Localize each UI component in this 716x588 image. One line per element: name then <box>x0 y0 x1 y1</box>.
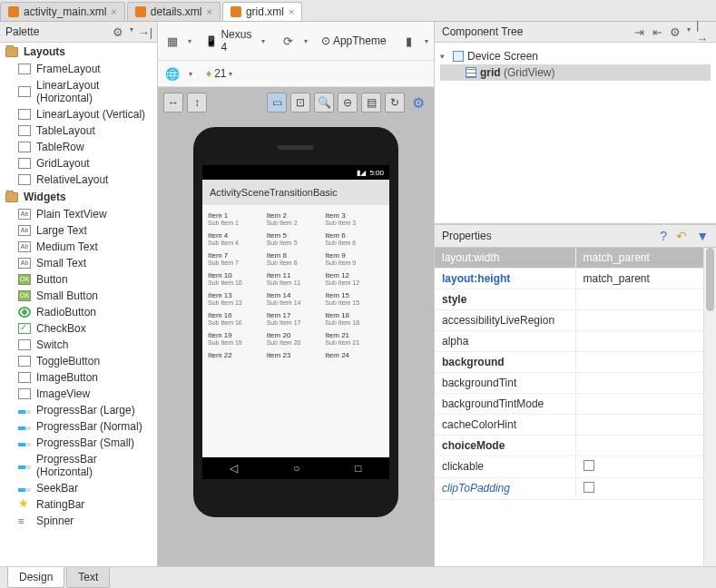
property-row[interactable]: backgroundTint <box>435 373 716 394</box>
palette-item[interactable]: Switch <box>0 337 157 353</box>
theme-selector[interactable]: ⊙AppTheme <box>315 32 393 50</box>
grid-item[interactable]: Item 22 <box>208 351 267 359</box>
globe-icon[interactable]: 🌐 <box>163 64 181 83</box>
property-row[interactable]: layout:widthmatch_parent <box>435 248 716 269</box>
property-row[interactable]: cacheColorHint <box>435 415 716 436</box>
checkbox-icon[interactable] <box>584 482 594 493</box>
tree-node-root[interactable]: ▾ Device Screen <box>440 48 711 64</box>
view-mode-icon[interactable]: ▦ <box>163 32 181 50</box>
palette-group-header[interactable]: Layouts <box>0 43 157 61</box>
palette-item[interactable]: ImageButton <box>0 369 157 386</box>
grid-item[interactable]: Item 10Sub Item 10 <box>208 271 267 286</box>
device-selector[interactable]: 📱Nexus 4▾ <box>199 25 271 56</box>
palette-item[interactable]: AbPlain TextView <box>0 206 157 222</box>
property-value-cell[interactable]: match_parent <box>576 248 717 268</box>
expand-arrow-icon[interactable]: ▾ <box>440 52 449 61</box>
grid-item[interactable]: Item 17Sub Item 17 <box>267 311 326 326</box>
gear-icon[interactable]: ⚙ <box>669 25 682 38</box>
grid-item[interactable]: Item 15Sub Item 15 <box>325 291 384 306</box>
tab-details[interactable]: details.xml× <box>127 2 221 21</box>
settings-gear-icon[interactable]: ⚙ <box>408 93 428 113</box>
property-value-cell[interactable] <box>576 478 717 499</box>
palette-item[interactable]: LinearLayout (Horizontal) <box>0 77 157 106</box>
property-value-cell[interactable] <box>576 352 717 372</box>
grid-item[interactable]: Item 2Sub Item 2 <box>267 211 326 226</box>
palette-item[interactable]: ProgressBar (Large) <box>0 402 157 418</box>
zoom-actual-icon[interactable]: ⊡ <box>290 93 310 113</box>
grid-item[interactable]: Item 14Sub Item 14 <box>267 291 326 306</box>
hide-icon[interactable]: |→ <box>696 25 709 38</box>
api-selector[interactable]: ♦21▾ <box>200 64 239 83</box>
palette-item[interactable]: GridLayout <box>0 155 157 172</box>
palette-item[interactable]: ★RatingBar <box>0 496 157 513</box>
property-value-cell[interactable] <box>576 394 717 414</box>
orientation-icon[interactable]: ⟳ <box>279 32 296 50</box>
tree-node-grid[interactable]: grid (GridView) <box>440 64 711 81</box>
property-value-cell[interactable] <box>576 456 717 477</box>
chevron-down-icon[interactable]: ▾ <box>188 37 191 45</box>
grid-item[interactable]: Item 19Sub Item 19 <box>208 331 267 346</box>
property-row[interactable]: layout:heightmatch_parent <box>435 269 716 289</box>
property-value-cell[interactable] <box>576 373 717 393</box>
property-value-cell[interactable] <box>576 436 717 456</box>
grid-item[interactable]: Item 8Sub Item 8 <box>267 251 326 266</box>
palette-item[interactable]: TableRow <box>0 139 157 155</box>
grid-item[interactable]: Item 3Sub Item 3 <box>325 211 384 226</box>
palette-item[interactable]: ProgressBar (Normal) <box>0 418 157 435</box>
component-tree[interactable]: ▾ Device Screen grid (GridView) <box>435 43 716 224</box>
palette-icon[interactable]: ▮ <box>400 32 417 50</box>
gear-icon[interactable]: ⚙ <box>112 25 124 38</box>
phone-screen[interactable]: ▮◢5:00 ActivitySceneTransitionBasic Item… <box>202 165 389 479</box>
close-icon[interactable]: × <box>206 6 211 17</box>
palette-item[interactable]: CheckBox <box>0 320 157 337</box>
property-row[interactable]: alpha <box>435 331 716 352</box>
undo-icon[interactable]: ↶ <box>676 229 687 243</box>
property-value-cell[interactable]: match_parent <box>576 269 717 289</box>
palette-item[interactable]: ≡Spinner <box>0 513 157 529</box>
palette-item[interactable]: FrameLayout <box>0 61 157 77</box>
grid-item[interactable]: Item 20Sub Item 20 <box>267 331 326 346</box>
property-row[interactable]: clipToPadding <box>435 478 716 500</box>
palette-item[interactable]: OKSmall Button <box>0 288 157 304</box>
grid-item[interactable]: Item 21Sub Item 21 <box>325 331 384 346</box>
tab-activity-main[interactable]: activity_main.xml× <box>0 2 125 21</box>
grid-item[interactable]: Item 11Sub Item 11 <box>267 271 326 286</box>
refresh-icon[interactable]: ↻ <box>385 93 405 113</box>
grid-item[interactable]: Item 18Sub Item 18 <box>325 311 384 326</box>
grid-item[interactable]: Item 1Sub Item 1 <box>208 211 267 226</box>
palette-item[interactable]: ProgressBar (Horizontal) <box>0 451 157 480</box>
properties-table[interactable]: layout:widthmatch_parentlayout:heightmat… <box>435 248 716 566</box>
document-icon[interactable]: ▤ <box>361 93 381 113</box>
palette-item[interactable]: AbSmall Text <box>0 255 157 271</box>
property-row[interactable]: clickable <box>435 456 716 478</box>
pan-vertical-icon[interactable]: ↕ <box>187 93 207 113</box>
palette-item[interactable]: AbMedium Text <box>0 239 157 255</box>
palette-item[interactable]: RadioButton <box>0 304 157 320</box>
palette-item[interactable]: LinearLayout (Vertical) <box>0 106 157 122</box>
grid-item[interactable]: Item 24 <box>325 351 384 359</box>
property-row[interactable]: background <box>435 352 716 373</box>
grid-item[interactable]: Item 12Sub Item 12 <box>325 271 384 286</box>
scrollbar-thumb[interactable] <box>706 248 714 311</box>
checkbox-icon[interactable] <box>584 460 594 471</box>
palette-item[interactable]: ToggleButton <box>0 353 157 369</box>
text-tab[interactable]: Text <box>66 567 110 588</box>
chevron-down-icon[interactable]: ▾ <box>130 25 133 38</box>
property-row[interactable]: choiceMode <box>435 436 716 456</box>
property-value-cell[interactable] <box>576 331 717 351</box>
property-value-cell[interactable] <box>576 289 717 309</box>
palette-item[interactable]: OKButton <box>0 271 157 288</box>
collapse-icon[interactable]: →| <box>139 25 152 38</box>
help-icon[interactable]: ? <box>660 229 667 243</box>
tab-grid[interactable]: grid.xml× <box>222 2 302 21</box>
close-icon[interactable]: × <box>289 6 294 17</box>
grid-item[interactable]: Item 13Sub Item 13 <box>208 291 267 306</box>
design-tab[interactable]: Design <box>7 567 64 588</box>
palette-item[interactable]: ImageView <box>0 386 157 402</box>
property-row[interactable]: style <box>435 289 716 310</box>
grid-item[interactable]: Item 6Sub Item 6 <box>325 231 384 246</box>
grid-item[interactable]: Item 9Sub Item 9 <box>325 251 384 266</box>
filter-icon[interactable]: ▼ <box>696 229 709 243</box>
grid-item[interactable]: Item 23 <box>267 351 326 359</box>
palette-group-header[interactable]: Widgets <box>0 188 157 206</box>
